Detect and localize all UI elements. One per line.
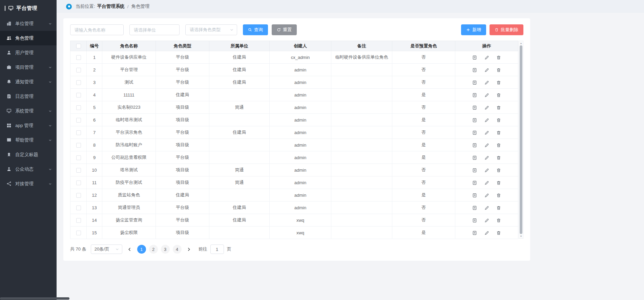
delete-icon[interactable] xyxy=(496,231,501,235)
scroll-down-icon[interactable]: ▼ xyxy=(520,235,522,237)
role-name-input[interactable] xyxy=(70,24,124,35)
row-checkbox[interactable] xyxy=(76,105,81,110)
view-icon[interactable] xyxy=(472,180,477,185)
cell-creator: cx_admin xyxy=(270,51,331,64)
edit-icon[interactable] xyxy=(484,193,489,198)
table-row: 15 扬尘权限 项目级 xwq 是 xyxy=(70,227,518,239)
page-button[interactable]: 3 xyxy=(161,245,170,254)
view-icon[interactable] xyxy=(472,168,477,173)
sidebar-item-1[interactable]: 角色管理 xyxy=(0,31,57,45)
scrollbar-thumb[interactable] xyxy=(520,45,522,234)
edit-icon[interactable] xyxy=(484,105,489,110)
row-checkbox[interactable] xyxy=(76,206,81,210)
sidebar-item-6[interactable]: 系统管理 xyxy=(0,104,57,118)
row-checkbox[interactable] xyxy=(76,231,81,235)
horizontal-scrollbar-thumb[interactable] xyxy=(0,297,69,300)
sidebar-item-10[interactable]: 公众动态 xyxy=(0,162,57,176)
sidebar-item-4[interactable]: 通知管理 xyxy=(0,74,57,89)
view-icon[interactable] xyxy=(472,206,477,210)
edit-icon[interactable] xyxy=(484,143,489,148)
view-icon[interactable] xyxy=(472,68,477,72)
page-button[interactable]: 1 xyxy=(137,245,146,254)
row-checkbox[interactable] xyxy=(76,168,81,173)
page-button[interactable]: 2 xyxy=(149,245,158,254)
sidebar-item-9[interactable]: 自定义标题 xyxy=(0,147,57,162)
edit-icon[interactable] xyxy=(484,155,489,160)
unit-input[interactable] xyxy=(129,24,180,35)
goto-page-input[interactable] xyxy=(210,244,224,254)
delete-icon[interactable] xyxy=(496,180,501,185)
delete-icon[interactable] xyxy=(496,80,501,85)
view-icon[interactable] xyxy=(472,231,477,235)
row-checkbox[interactable] xyxy=(76,93,81,98)
sidebar-item-7[interactable]: app 管理 xyxy=(0,118,57,133)
table-row: 6 临时塔吊测试 项目级 admin 是 xyxy=(70,114,518,126)
view-icon[interactable] xyxy=(472,80,477,85)
edit-icon[interactable] xyxy=(484,68,489,72)
next-page-button[interactable] xyxy=(185,245,193,254)
scroll-up-icon[interactable]: ▲ xyxy=(520,42,522,44)
sidebar-item-8[interactable]: 帮助管理 xyxy=(0,133,57,147)
view-icon[interactable] xyxy=(472,118,477,123)
sidebar-item-3[interactable]: 项目管理 xyxy=(0,60,57,74)
delete-icon[interactable] xyxy=(496,55,501,60)
page-button[interactable]: 4 xyxy=(173,245,182,254)
batch-delete-button[interactable]: 批量删除 xyxy=(490,24,523,35)
view-icon[interactable] xyxy=(472,143,477,148)
edit-icon[interactable] xyxy=(484,168,489,173)
delete-icon[interactable] xyxy=(496,155,501,160)
delete-icon[interactable] xyxy=(496,118,501,123)
prev-page-button[interactable] xyxy=(125,245,134,254)
view-icon[interactable] xyxy=(472,105,477,110)
role-type-select[interactable]: 请选择角色类型 xyxy=(185,24,237,35)
row-checkbox[interactable] xyxy=(76,155,81,160)
horizontal-scrollbar[interactable] xyxy=(0,297,644,300)
view-icon[interactable] xyxy=(472,193,477,198)
row-checkbox[interactable] xyxy=(76,218,81,223)
delete-icon[interactable] xyxy=(496,130,501,135)
edit-icon[interactable] xyxy=(484,206,489,210)
view-icon[interactable] xyxy=(472,155,477,160)
edit-icon[interactable] xyxy=(484,118,489,123)
sidebar-item-0[interactable]: 单位管理 xyxy=(0,16,57,31)
view-icon[interactable] xyxy=(472,55,477,60)
vertical-scrollbar[interactable]: ▲ ▼ xyxy=(519,41,523,239)
select-all-checkbox[interactable] xyxy=(76,44,81,48)
row-checkbox[interactable] xyxy=(76,118,81,123)
sidebar-item-2[interactable]: 用户管理 xyxy=(0,45,57,60)
edit-icon[interactable] xyxy=(484,80,489,85)
edit-icon[interactable] xyxy=(484,180,489,185)
sidebar-item-11[interactable]: 对接管理 xyxy=(0,176,57,191)
delete-icon[interactable] xyxy=(496,68,501,72)
view-icon[interactable] xyxy=(472,130,477,135)
delete-icon[interactable] xyxy=(496,193,501,198)
edit-icon[interactable] xyxy=(484,93,489,98)
delete-icon[interactable] xyxy=(496,105,501,110)
delete-icon[interactable] xyxy=(496,218,501,223)
row-checkbox[interactable] xyxy=(76,80,81,85)
delete-icon[interactable] xyxy=(496,168,501,173)
reset-button[interactable]: 重置 xyxy=(272,24,297,35)
view-icon[interactable] xyxy=(472,218,477,223)
edit-icon[interactable] xyxy=(484,55,489,60)
edit-icon[interactable] xyxy=(484,218,489,223)
breadcrumb-root-link[interactable]: 平台管理系统 xyxy=(97,3,125,9)
search-button[interactable]: 查询 xyxy=(243,24,268,35)
row-checkbox[interactable] xyxy=(76,55,81,60)
edit-icon[interactable] xyxy=(484,130,489,135)
edit-icon[interactable] xyxy=(484,231,489,235)
row-checkbox[interactable] xyxy=(76,193,81,198)
view-icon[interactable] xyxy=(472,93,477,98)
row-checkbox[interactable] xyxy=(76,130,81,135)
delete-icon[interactable] xyxy=(496,206,501,210)
delete-icon[interactable] xyxy=(496,93,501,98)
page-size-select[interactable]: 20条/页 xyxy=(91,244,122,254)
row-checkbox[interactable] xyxy=(76,68,81,72)
delete-icon[interactable] xyxy=(496,143,501,148)
row-checkbox[interactable] xyxy=(76,180,81,185)
page-list: 1234 xyxy=(137,245,182,254)
header-actions: 操作 xyxy=(455,41,518,51)
row-checkbox[interactable] xyxy=(76,143,81,148)
sidebar-item-5[interactable]: 日志管理 xyxy=(0,89,57,104)
add-button[interactable]: 新增 xyxy=(461,24,486,35)
